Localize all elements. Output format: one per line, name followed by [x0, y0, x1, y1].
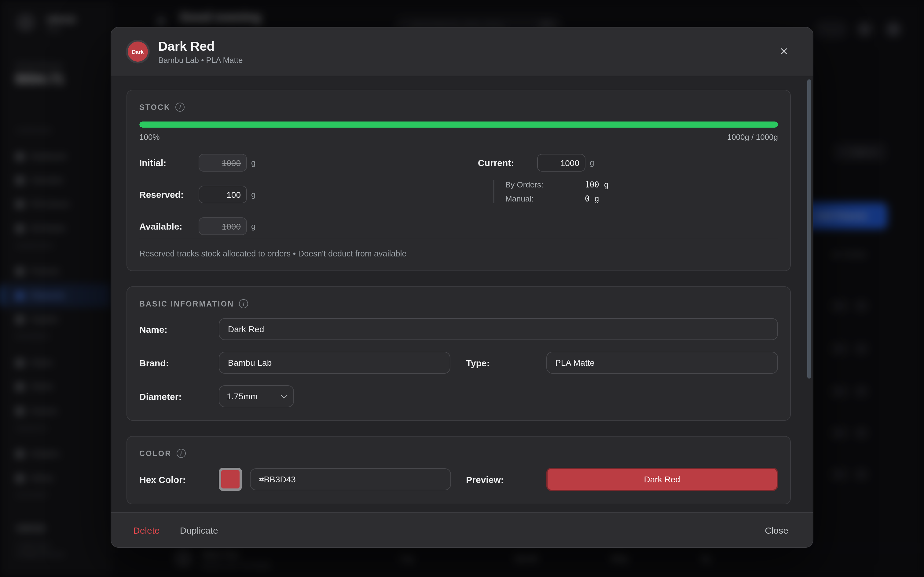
reserved-unit: g [251, 190, 255, 199]
available-unit: g [251, 222, 255, 231]
initial-unit: g [251, 158, 255, 167]
color-section: COLOR i Hex Color: Preview: Dark Red [126, 436, 791, 504]
stock-percent-label: 100% [139, 132, 160, 142]
reserved-input[interactable] [199, 185, 247, 203]
stock-divider [139, 239, 778, 239]
stock-total-label: 1000g / 1000g [727, 132, 778, 142]
modal-header: Dark Dark Red Bambu Lab • PLA Matte ✕ [111, 27, 813, 76]
type-input[interactable] [546, 352, 778, 374]
color-preview-chip: Dark Red [546, 468, 778, 491]
preview-label: Preview: [466, 474, 546, 485]
type-label: Type: [466, 358, 546, 368]
color-swatch [221, 470, 239, 488]
current-label: Current: [478, 158, 537, 168]
hex-color-label: Hex Color: [139, 474, 219, 485]
initial-label: Initial: [139, 158, 199, 168]
reserved-note: Reserved tracks stock allocated to order… [139, 249, 778, 258]
modal-scrollbar[interactable] [807, 79, 811, 379]
diameter-label: Diameter: [139, 391, 219, 401]
by-orders-label: By Orders: [506, 180, 585, 189]
chevron-down-icon [281, 392, 287, 398]
close-button[interactable]: Close [765, 525, 788, 535]
app-viewport: VERVID Tools All Time Revenue $554.71 OV… [0, 0, 924, 577]
modal-footer: Delete Duplicate Close [111, 512, 813, 547]
stock-section: STOCK i 100% 1000g / 1000g Initial: g [126, 90, 791, 271]
modal-subtitle: Bambu Lab • PLA Matte [158, 55, 771, 64]
basic-section-title: BASIC INFORMATION [139, 300, 234, 308]
stock-section-title: STOCK [139, 103, 171, 111]
initial-input [199, 154, 247, 172]
name-input[interactable] [219, 318, 778, 340]
manual-label: Manual: [506, 194, 585, 203]
info-icon[interactable]: i [239, 299, 248, 308]
close-icon[interactable]: ✕ [780, 47, 788, 57]
by-orders-value: 100 g [585, 180, 609, 189]
name-label: Name: [139, 324, 219, 334]
color-swatch-picker[interactable] [219, 468, 242, 491]
available-input [199, 218, 247, 235]
stock-progress-track [139, 121, 778, 127]
modal-title: Dark Red [158, 39, 771, 53]
reserved-label: Reserved: [139, 189, 199, 200]
current-unit: g [590, 158, 594, 167]
color-section-title: COLOR [139, 449, 171, 458]
info-icon[interactable]: i [175, 103, 184, 112]
duplicate-button[interactable]: Duplicate [180, 525, 218, 535]
manual-value: 0 g [585, 194, 599, 203]
diameter-select[interactable]: 1.75mm [219, 385, 294, 407]
available-label: Available: [139, 221, 199, 231]
stock-progress-fill [139, 121, 778, 127]
reserved-breakdown: By Orders: 100 g Manual: 0 g [493, 180, 778, 203]
brand-input[interactable] [219, 352, 450, 374]
filament-color-avatar: Dark [126, 40, 150, 63]
filament-detail-modal: Dark Dark Red Bambu Lab • PLA Matte ✕ ST… [111, 27, 813, 548]
current-input[interactable] [537, 154, 585, 172]
brand-label: Brand: [139, 358, 219, 368]
info-icon[interactable]: i [176, 449, 186, 458]
basic-information-section: BASIC INFORMATION i Name: Brand: Type: D… [126, 286, 791, 421]
delete-button[interactable]: Delete [133, 525, 160, 535]
modal-content: STOCK i 100% 1000g / 1000g Initial: g [111, 76, 813, 512]
hex-color-input[interactable] [250, 468, 451, 490]
